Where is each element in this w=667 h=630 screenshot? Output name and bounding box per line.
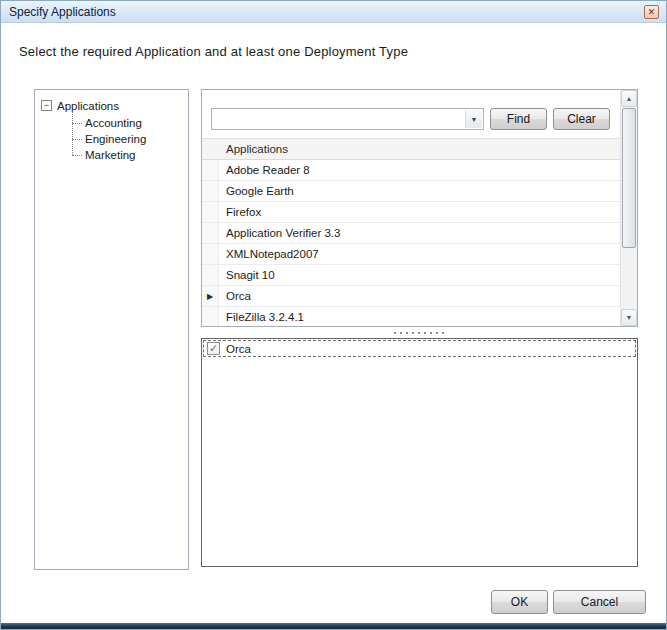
specify-applications-dialog: Specify Applications ✕ Select the requir… [0,0,667,630]
window-title: Specify Applications [9,5,116,19]
grid-cell: Google Earth [219,181,294,201]
grid-vertical-scrollbar[interactable]: ▲ ▼ [620,90,637,326]
splitter-dots-icon [394,332,446,334]
row-indicator [202,307,219,326]
instruction-text: Select the required Application and at l… [19,44,408,59]
applications-tree-panel: − Applications AccountingEngineeringMark… [34,89,189,570]
grid-row[interactable]: Snagit 10 [202,265,620,286]
tree-root-label: Applications [57,100,119,112]
collapse-icon[interactable]: − [41,100,52,111]
splitter-handle[interactable] [201,327,638,338]
search-combo[interactable]: ▼ [211,108,484,130]
applications-browser-panel: ▼ Find Clear Applications Adobe Reader 8… [201,89,638,327]
tree-item-marketing[interactable]: Marketing [72,147,182,163]
grid-cell: Application Verifier 3.3 [219,223,340,243]
list-item[interactable]: ✓Orca [203,340,636,357]
combo-dropdown-button[interactable]: ▼ [465,110,482,128]
tree-item-label: Engineering [85,133,146,145]
row-indicator [202,181,219,201]
tree-item-label: Accounting [85,117,142,129]
cancel-button[interactable]: Cancel [553,590,646,614]
grid-row[interactable]: FileZilla 3.2.4.1 [202,307,620,326]
grid-row[interactable]: Firefox [202,202,620,223]
row-indicator [202,244,219,264]
clear-button[interactable]: Clear [553,108,610,130]
up-arrow-icon: ▲ [626,95,633,102]
tree-children: AccountingEngineeringMarketing [72,115,182,163]
ok-button[interactable]: OK [491,590,548,614]
grid-row[interactable]: Application Verifier 3.3 [202,223,620,244]
search-input[interactable] [212,109,483,129]
list-item-label: Orca [226,343,251,355]
find-button[interactable]: Find [490,108,547,130]
row-indicator [202,223,219,243]
close-icon: ✕ [648,7,656,17]
grid-cell: FileZilla 3.2.4.1 [219,307,304,326]
applications-grid: Applications Adobe Reader 8Google EarthF… [202,138,620,326]
selected-applications-list: ✓Orca [201,338,638,567]
grid-row[interactable]: Adobe Reader 8 [202,160,620,181]
grid-cell: Firefox [219,202,261,222]
tree-item-accounting[interactable]: Accounting [72,115,182,131]
scrollbar-thumb[interactable] [622,108,636,248]
down-arrow-icon: ▼ [626,314,633,321]
scroll-up-button[interactable]: ▲ [621,90,637,107]
scroll-down-button[interactable]: ▼ [621,309,637,326]
titlebar: Specify Applications ✕ [1,1,666,23]
window-bottom-edge [1,623,666,629]
grid-row[interactable]: Google Earth [202,181,620,202]
grid-row[interactable]: ▶Orca [202,286,620,307]
grid-column-header[interactable]: Applications [202,139,620,160]
row-indicator [202,160,219,180]
grid-row[interactable]: XMLNotepad2007 [202,244,620,265]
row-indicator [202,202,219,222]
row-selector-icon: ▶ [202,286,219,306]
grid-cell: Adobe Reader 8 [219,160,310,180]
grid-cell: Snagit 10 [219,265,275,285]
chevron-down-icon: ▼ [471,116,478,123]
tree-item-label: Marketing [85,149,136,161]
checkbox[interactable]: ✓ [207,342,220,355]
row-indicator [202,265,219,285]
grid-cell: XMLNotepad2007 [219,244,319,264]
close-button[interactable]: ✕ [644,5,659,19]
grid-cell: Orca [219,286,251,306]
search-row: ▼ Find Clear [211,108,610,130]
tree-item-engineering[interactable]: Engineering [72,131,182,147]
tree-item-applications[interactable]: − Applications [41,98,182,113]
grid-body: Adobe Reader 8Google EarthFirefoxApplica… [202,160,620,326]
